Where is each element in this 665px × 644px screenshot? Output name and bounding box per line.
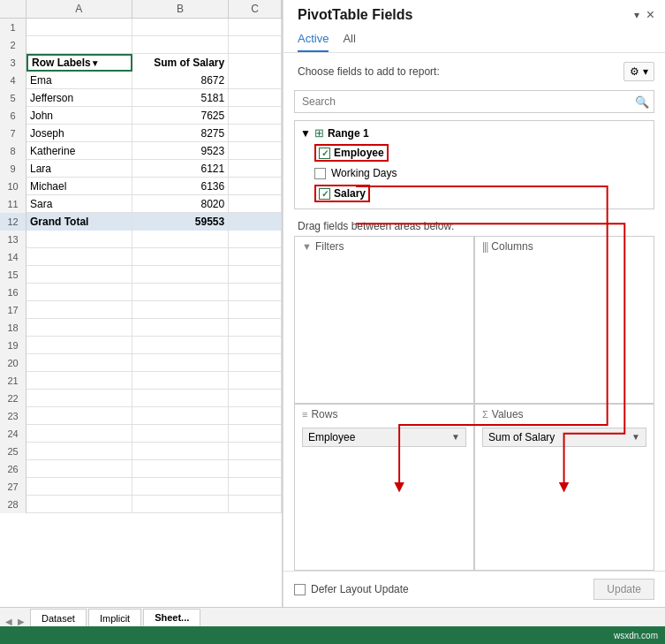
salary-field-label: Salary	[334, 187, 366, 200]
table-row: 27	[0, 478, 282, 496]
field-item-employee[interactable]: ✓ Employee	[295, 141, 654, 164]
field-group-label: Range 1	[328, 127, 369, 140]
status-bar: wsxdn.com	[0, 626, 665, 644]
rows-icon: ≡	[302, 409, 307, 420]
table-row: 11 Sara 8020	[0, 195, 282, 213]
field-list: ▼ ⊞ Range 1 ✓ Employee Workin	[294, 120, 654, 209]
defer-text: Defer Layout Update	[311, 583, 409, 595]
table-icon: ⊞	[314, 126, 324, 140]
pivot-tabs: Active All	[283, 28, 665, 53]
filters-label: Filters	[315, 240, 344, 253]
employee-field-label: Employee	[334, 147, 384, 159]
defer-label: Defer Layout Update	[294, 583, 409, 595]
columns-label: Columns	[491, 240, 533, 253]
table-row: 24	[0, 425, 282, 443]
table-row: 8 Katherine 9523	[0, 142, 282, 160]
table-row: 20	[0, 354, 282, 372]
table-row: 10 Michael 6136	[0, 178, 282, 195]
nav-right-icon[interactable]: ▶	[16, 617, 26, 626]
columns-content[interactable]	[475, 256, 654, 403]
gear-icon: ⚙	[630, 65, 639, 78]
table-row: 28	[0, 496, 282, 513]
rows-chip-dropdown-icon[interactable]: ▼	[451, 432, 460, 442]
table-row: 25	[0, 443, 282, 460]
rows-content: Employee ▼	[295, 424, 473, 571]
checkmark-icon: ✓	[321, 148, 329, 158]
working-days-checkbox[interactable]	[314, 168, 326, 179]
filters-header: ▼ Filters	[295, 237, 473, 256]
sheet-tab-sheet[interactable]: Sheet...	[143, 609, 200, 626]
drag-fields-label: Drag fields between areas below:	[283, 213, 665, 236]
table-row: 13	[0, 231, 282, 248]
table-row: 5 Jefferson 5181	[0, 89, 282, 107]
pivot-header-actions: ▾ ×	[634, 7, 654, 23]
gear-dropdown-icon: ▾	[643, 65, 648, 78]
values-area-box: Σ Values Sum of Salary ▼	[474, 404, 654, 572]
table-row: 26	[0, 460, 282, 478]
grand-total-row: 12 Grand Total 59553	[0, 213, 282, 231]
table-row: 16	[0, 284, 282, 301]
rows-header: ≡ Rows	[295, 405, 473, 424]
pivot-chevron-icon[interactable]: ▾	[634, 9, 639, 21]
col-header-a: A	[26, 0, 132, 18]
table-row: 18	[0, 319, 282, 337]
areas-grid: ▼ Filters ||| Columns ≡	[294, 236, 654, 571]
table-row: 23	[0, 407, 282, 425]
rows-chip-label: Employee	[308, 431, 355, 443]
sheet-tabs: ◀ ▶ Dataset Implicit Sheet...	[0, 607, 665, 626]
field-group-range1: ▼ ⊞ Range 1	[295, 125, 654, 141]
working-days-field-label: Working Days	[331, 167, 397, 179]
sheet-tab-implicit[interactable]: Implicit	[88, 609, 141, 626]
columns-header: ||| Columns	[475, 237, 654, 256]
table-row: 17	[0, 301, 282, 319]
search-box: 🔍	[294, 90, 654, 113]
filters-content[interactable]	[295, 256, 473, 403]
table-row: 14	[0, 248, 282, 266]
table-row: 19	[0, 337, 282, 354]
update-button[interactable]: Update	[593, 579, 654, 600]
values-header: Σ Values	[475, 405, 654, 424]
filters-area: ▼ Filters	[294, 236, 474, 404]
rows-label: Rows	[311, 408, 337, 420]
search-icon: 🔍	[635, 95, 649, 109]
expand-collapse-icon[interactable]: ▼	[300, 127, 311, 140]
table-row: 21	[0, 372, 282, 390]
salary-checkbox[interactable]: ✓	[319, 188, 330, 200]
table-row: 22	[0, 390, 282, 407]
col-header-c: C	[229, 0, 282, 18]
nav-left-icon[interactable]: ◀	[4, 617, 14, 626]
table-row: 6 John 7625	[0, 107, 282, 125]
values-chip-dropdown-icon[interactable]: ▼	[631, 432, 640, 442]
pivot-bottom: Defer Layout Update Update	[283, 571, 665, 607]
rows-area: 1 2 3 Row Labels ▼	[0, 19, 282, 607]
pivot-title: PivotTable Fields	[298, 7, 412, 23]
pivot-header: PivotTable Fields ▾ ×	[283, 0, 665, 28]
tab-all[interactable]: All	[343, 28, 355, 52]
defer-checkbox[interactable]	[294, 584, 306, 595]
spreadsheet-panel: A B C 1 2	[0, 0, 283, 607]
sheet-tab-dataset[interactable]: Dataset	[30, 609, 87, 626]
employee-checkbox-wrap: ✓ Employee	[314, 144, 389, 162]
salary-checkbox-wrap: ✓ Salary	[314, 185, 370, 202]
close-icon[interactable]: ×	[646, 7, 654, 23]
values-content: Sum of Salary ▼	[475, 424, 654, 571]
values-chip[interactable]: Sum of Salary ▼	[482, 428, 646, 447]
table-row: 1	[0, 19, 282, 36]
rows-area-box: ≡ Rows Employee ▼	[294, 404, 474, 572]
table-row: 9 Lara 6121	[0, 160, 282, 178]
table-row: 4 Ema 8672	[0, 72, 282, 89]
sigma-icon: Σ	[482, 409, 488, 420]
employee-checkbox[interactable]: ✓	[319, 148, 330, 159]
table-header-row: 3 Row Labels ▼ Sum of Salary	[0, 54, 282, 72]
field-item-working-days[interactable]: Working Days	[295, 164, 654, 182]
table-row: 7 Joseph 8275	[0, 125, 282, 142]
tab-active[interactable]: Active	[298, 28, 329, 52]
gear-button[interactable]: ⚙ ▾	[623, 62, 654, 81]
field-item-salary[interactable]: ✓ Salary	[295, 182, 654, 205]
rows-chip[interactable]: Employee ▼	[302, 428, 466, 447]
checkmark-icon: ✓	[321, 189, 329, 199]
col-header-b: B	[132, 0, 230, 18]
search-input[interactable]	[294, 90, 654, 113]
column-headers: A B C	[0, 0, 282, 19]
pivot-panel: PivotTable Fields ▾ × Active All Choose …	[283, 0, 665, 607]
